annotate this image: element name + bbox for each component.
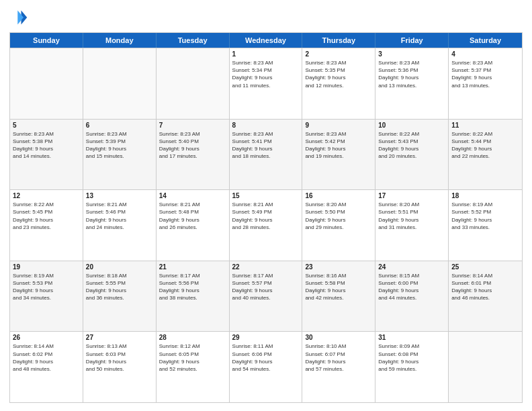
cell-info-text: Sunrise: 8:23 AM Sunset: 5:35 PM Dayligh… xyxy=(305,59,372,89)
cell-date-number: 7 xyxy=(159,122,226,129)
cell-date-number: 27 xyxy=(86,334,153,341)
calendar-cell: 14Sunrise: 8:21 AM Sunset: 5:48 PM Dayli… xyxy=(157,190,230,261)
calendar-row: 1Sunrise: 8:23 AM Sunset: 5:34 PM Daylig… xyxy=(10,48,522,119)
calendar-cell xyxy=(449,332,522,402)
cell-info-text: Sunrise: 8:23 AM Sunset: 5:34 PM Dayligh… xyxy=(232,59,300,89)
cell-date-number: 31 xyxy=(378,334,445,341)
calendar-row: 5Sunrise: 8:23 AM Sunset: 5:38 PM Daylig… xyxy=(10,119,522,190)
cell-info-text: Sunrise: 8:22 AM Sunset: 5:44 PM Dayligh… xyxy=(451,130,519,161)
calendar-row: 19Sunrise: 8:19 AM Sunset: 5:53 PM Dayli… xyxy=(10,261,522,332)
cell-info-text: Sunrise: 8:17 AM Sunset: 5:57 PM Dayligh… xyxy=(232,272,300,302)
cell-info-text: Sunrise: 8:11 AM Sunset: 6:06 PM Dayligh… xyxy=(232,342,300,373)
cell-info-text: Sunrise: 8:09 AM Sunset: 6:08 PM Dayligh… xyxy=(378,342,445,373)
weekday-header: Tuesday xyxy=(157,33,230,48)
weekday-header: Thursday xyxy=(302,33,375,48)
cell-info-text: Sunrise: 8:12 AM Sunset: 6:05 PM Dayligh… xyxy=(159,342,226,373)
calendar-cell: 24Sunrise: 8:15 AM Sunset: 6:00 PM Dayli… xyxy=(375,261,449,332)
cell-date-number: 15 xyxy=(232,192,300,199)
cell-date-number: 13 xyxy=(86,192,153,199)
cell-date-number: 30 xyxy=(305,334,372,341)
calendar-cell: 18Sunrise: 8:19 AM Sunset: 5:52 PM Dayli… xyxy=(449,190,522,261)
calendar-cell: 17Sunrise: 8:20 AM Sunset: 5:51 PM Dayli… xyxy=(375,190,449,261)
cell-date-number: 25 xyxy=(451,263,519,271)
cell-info-text: Sunrise: 8:23 AM Sunset: 5:37 PM Dayligh… xyxy=(451,59,519,89)
cell-date-number: 19 xyxy=(13,263,80,271)
calendar-cell: 21Sunrise: 8:17 AM Sunset: 5:56 PM Dayli… xyxy=(157,261,230,332)
calendar-cell: 28Sunrise: 8:12 AM Sunset: 6:05 PM Dayli… xyxy=(157,332,230,402)
weekday-header: Sunday xyxy=(10,33,83,48)
logo-icon xyxy=(9,8,28,27)
cell-date-number: 24 xyxy=(378,263,445,271)
cell-info-text: Sunrise: 8:23 AM Sunset: 5:36 PM Dayligh… xyxy=(378,59,445,89)
cell-info-text: Sunrise: 8:13 AM Sunset: 6:03 PM Dayligh… xyxy=(86,342,153,373)
cell-info-text: Sunrise: 8:23 AM Sunset: 5:40 PM Dayligh… xyxy=(159,130,226,161)
calendar-cell: 5Sunrise: 8:23 AM Sunset: 5:38 PM Daylig… xyxy=(10,120,83,190)
calendar-cell: 20Sunrise: 8:18 AM Sunset: 5:55 PM Dayli… xyxy=(83,261,157,332)
calendar-cell: 12Sunrise: 8:22 AM Sunset: 5:45 PM Dayli… xyxy=(10,190,83,261)
cell-date-number: 8 xyxy=(232,122,300,129)
calendar-cell: 8Sunrise: 8:23 AM Sunset: 5:41 PM Daylig… xyxy=(230,120,303,190)
calendar-header: SundayMondayTuesdayWednesdayThursdayFrid… xyxy=(10,33,522,48)
weekday-header: Monday xyxy=(83,33,157,48)
cell-date-number: 5 xyxy=(13,122,80,129)
calendar-body: 1Sunrise: 8:23 AM Sunset: 5:34 PM Daylig… xyxy=(10,48,522,402)
calendar-cell: 30Sunrise: 8:10 AM Sunset: 6:07 PM Dayli… xyxy=(302,332,375,402)
cell-date-number: 20 xyxy=(86,263,153,271)
cell-info-text: Sunrise: 8:22 AM Sunset: 5:43 PM Dayligh… xyxy=(378,130,445,161)
cell-date-number: 12 xyxy=(13,192,80,199)
calendar-cell: 23Sunrise: 8:16 AM Sunset: 5:58 PM Dayli… xyxy=(302,261,375,332)
cell-info-text: Sunrise: 8:19 AM Sunset: 5:53 PM Dayligh… xyxy=(13,272,80,302)
cell-info-text: Sunrise: 8:23 AM Sunset: 5:41 PM Dayligh… xyxy=(232,130,300,161)
cell-info-text: Sunrise: 8:21 AM Sunset: 5:46 PM Dayligh… xyxy=(86,201,153,231)
cell-date-number: 23 xyxy=(305,263,372,271)
cell-date-number: 10 xyxy=(378,122,445,129)
calendar-cell: 6Sunrise: 8:23 AM Sunset: 5:39 PM Daylig… xyxy=(83,120,157,190)
weekday-header: Saturday xyxy=(449,33,522,48)
calendar-cell: 16Sunrise: 8:20 AM Sunset: 5:50 PM Dayli… xyxy=(302,190,375,261)
weekday-header: Wednesday xyxy=(230,33,303,48)
cell-info-text: Sunrise: 8:21 AM Sunset: 5:49 PM Dayligh… xyxy=(232,201,300,231)
cell-info-text: Sunrise: 8:19 AM Sunset: 5:52 PM Dayligh… xyxy=(451,201,519,231)
calendar-cell: 10Sunrise: 8:22 AM Sunset: 5:43 PM Dayli… xyxy=(375,120,449,190)
calendar-cell: 27Sunrise: 8:13 AM Sunset: 6:03 PM Dayli… xyxy=(83,332,157,402)
cell-date-number: 11 xyxy=(451,122,519,129)
cell-date-number: 21 xyxy=(159,263,226,271)
calendar: SundayMondayTuesdayWednesdayThursdayFrid… xyxy=(9,32,523,403)
cell-date-number: 14 xyxy=(159,192,226,199)
header xyxy=(9,8,523,27)
cell-info-text: Sunrise: 8:14 AM Sunset: 6:02 PM Dayligh… xyxy=(13,342,80,373)
cell-info-text: Sunrise: 8:23 AM Sunset: 5:39 PM Dayligh… xyxy=(86,130,153,161)
cell-date-number: 28 xyxy=(159,334,226,341)
calendar-cell xyxy=(10,48,83,119)
cell-date-number: 18 xyxy=(451,192,519,199)
cell-info-text: Sunrise: 8:20 AM Sunset: 5:51 PM Dayligh… xyxy=(378,201,445,231)
cell-info-text: Sunrise: 8:17 AM Sunset: 5:56 PM Dayligh… xyxy=(159,272,226,302)
page: SundayMondayTuesdayWednesdayThursdayFrid… xyxy=(0,0,532,411)
calendar-cell: 26Sunrise: 8:14 AM Sunset: 6:02 PM Dayli… xyxy=(10,332,83,402)
calendar-cell: 19Sunrise: 8:19 AM Sunset: 5:53 PM Dayli… xyxy=(10,261,83,332)
cell-date-number: 29 xyxy=(232,334,300,341)
cell-date-number: 17 xyxy=(378,192,445,199)
cell-date-number: 4 xyxy=(451,50,519,58)
calendar-cell: 25Sunrise: 8:14 AM Sunset: 6:01 PM Dayli… xyxy=(449,261,522,332)
cell-info-text: Sunrise: 8:14 AM Sunset: 6:01 PM Dayligh… xyxy=(451,272,519,302)
cell-date-number: 22 xyxy=(232,263,300,271)
calendar-cell: 22Sunrise: 8:17 AM Sunset: 5:57 PM Dayli… xyxy=(230,261,303,332)
cell-info-text: Sunrise: 8:21 AM Sunset: 5:48 PM Dayligh… xyxy=(159,201,226,231)
logo xyxy=(9,8,31,27)
calendar-cell xyxy=(83,48,157,119)
calendar-cell: 3Sunrise: 8:23 AM Sunset: 5:36 PM Daylig… xyxy=(375,48,449,119)
calendar-cell: 7Sunrise: 8:23 AM Sunset: 5:40 PM Daylig… xyxy=(157,120,230,190)
cell-info-text: Sunrise: 8:23 AM Sunset: 5:38 PM Dayligh… xyxy=(13,130,80,161)
cell-info-text: Sunrise: 8:20 AM Sunset: 5:50 PM Dayligh… xyxy=(305,201,372,231)
calendar-row: 26Sunrise: 8:14 AM Sunset: 6:02 PM Dayli… xyxy=(10,331,522,402)
calendar-row: 12Sunrise: 8:22 AM Sunset: 5:45 PM Dayli… xyxy=(10,189,522,261)
cell-info-text: Sunrise: 8:16 AM Sunset: 5:58 PM Dayligh… xyxy=(305,272,372,302)
calendar-cell: 9Sunrise: 8:23 AM Sunset: 5:42 PM Daylig… xyxy=(302,120,375,190)
cell-date-number: 6 xyxy=(86,122,153,129)
cell-info-text: Sunrise: 8:22 AM Sunset: 5:45 PM Dayligh… xyxy=(13,201,80,231)
cell-date-number: 9 xyxy=(305,122,372,129)
cell-info-text: Sunrise: 8:23 AM Sunset: 5:42 PM Dayligh… xyxy=(305,130,372,161)
calendar-cell: 29Sunrise: 8:11 AM Sunset: 6:06 PM Dayli… xyxy=(230,332,303,402)
cell-date-number: 3 xyxy=(378,50,445,58)
